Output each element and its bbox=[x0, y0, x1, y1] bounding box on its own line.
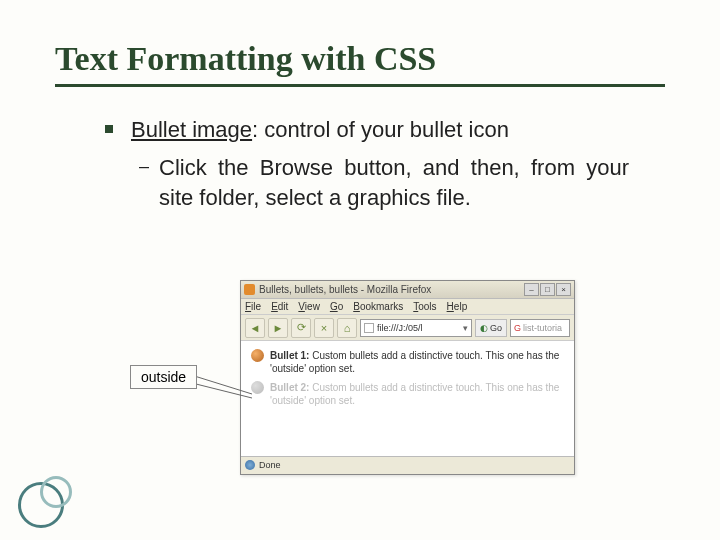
address-text: file:///J:/05/l bbox=[377, 323, 423, 333]
go-label: Go bbox=[490, 323, 502, 333]
go-icon: ◐ bbox=[480, 323, 488, 333]
page-icon bbox=[364, 323, 374, 333]
custom-bullet-icon bbox=[251, 349, 264, 362]
menu-bar: File Edit View Go Bookmarks Tools Help bbox=[241, 299, 574, 315]
bullet-label: Bullet image bbox=[131, 117, 252, 142]
bullet-level-1: Bullet image: control of your bullet ico… bbox=[105, 115, 665, 145]
home-button[interactable]: ⌂ bbox=[337, 318, 357, 338]
callout-label: outside bbox=[130, 365, 197, 389]
menu-view[interactable]: View bbox=[298, 301, 320, 312]
search-placeholder: list-tutoria bbox=[523, 323, 562, 333]
square-bullet-icon bbox=[105, 125, 113, 133]
title-underline bbox=[55, 84, 665, 87]
toolbar: ◄ ► ⟳ × ⌂ file:///J:/05/l ▾ ◐ Go G list-… bbox=[241, 315, 574, 341]
dash-icon: – bbox=[139, 156, 149, 177]
forward-button[interactable]: ► bbox=[268, 318, 288, 338]
search-engine-icon: G bbox=[514, 323, 521, 333]
reload-button[interactable]: ⟳ bbox=[291, 318, 311, 338]
menu-help[interactable]: Help bbox=[447, 301, 468, 312]
go-button[interactable]: ◐ Go bbox=[475, 319, 507, 337]
firefox-window: Bullets, bullets, bullets - Mozilla Fire… bbox=[240, 280, 575, 475]
bullet-desc: : control of your bullet icon bbox=[252, 117, 509, 142]
slide-corner-decoration bbox=[18, 476, 64, 522]
search-box[interactable]: G list-tutoria bbox=[510, 319, 570, 337]
list-item-text: Bullet 1: Custom bullets add a distincti… bbox=[270, 349, 564, 375]
bullet-text: Bullet image: control of your bullet ico… bbox=[131, 115, 509, 145]
back-button[interactable]: ◄ bbox=[245, 318, 265, 338]
list-item: Bullet 1: Custom bullets add a distincti… bbox=[251, 349, 564, 375]
window-title: Bullets, bullets, bullets - Mozilla Fire… bbox=[259, 284, 523, 295]
window-titlebar: Bullets, bullets, bullets - Mozilla Fire… bbox=[241, 281, 574, 299]
minimize-button[interactable]: – bbox=[524, 283, 539, 296]
status-bar: Done bbox=[241, 456, 574, 472]
menu-edit[interactable]: Edit bbox=[271, 301, 288, 312]
sub-bullet-text: Click the Browse button, and then, from … bbox=[159, 153, 629, 215]
menu-file[interactable]: File bbox=[245, 301, 261, 312]
content-area: Bullet image: control of your bullet ico… bbox=[55, 115, 665, 214]
maximize-button[interactable]: □ bbox=[540, 283, 555, 296]
sub-bullet: – Click the Browse button, and then, fro… bbox=[105, 153, 665, 215]
list-item-text: Bullet 2: Custom bullets add a distincti… bbox=[270, 381, 564, 407]
slide-title: Text Formatting with CSS bbox=[55, 40, 665, 78]
menu-tools[interactable]: Tools bbox=[413, 301, 436, 312]
menu-go[interactable]: Go bbox=[330, 301, 343, 312]
stop-button[interactable]: × bbox=[314, 318, 334, 338]
address-bar[interactable]: file:///J:/05/l ▾ bbox=[360, 319, 472, 337]
page-viewport: Bullet 1: Custom bullets add a distincti… bbox=[241, 341, 574, 456]
close-button[interactable]: × bbox=[556, 283, 571, 296]
list-item: Bullet 2: Custom bullets add a distincti… bbox=[251, 381, 564, 407]
firefox-icon bbox=[244, 284, 255, 295]
menu-bookmarks[interactable]: Bookmarks bbox=[353, 301, 403, 312]
status-icon bbox=[245, 460, 255, 470]
dropdown-icon[interactable]: ▾ bbox=[463, 323, 468, 333]
slide-container: Text Formatting with CSS Bullet image: c… bbox=[0, 0, 720, 540]
status-text: Done bbox=[259, 460, 281, 470]
callout-connector bbox=[188, 374, 258, 404]
